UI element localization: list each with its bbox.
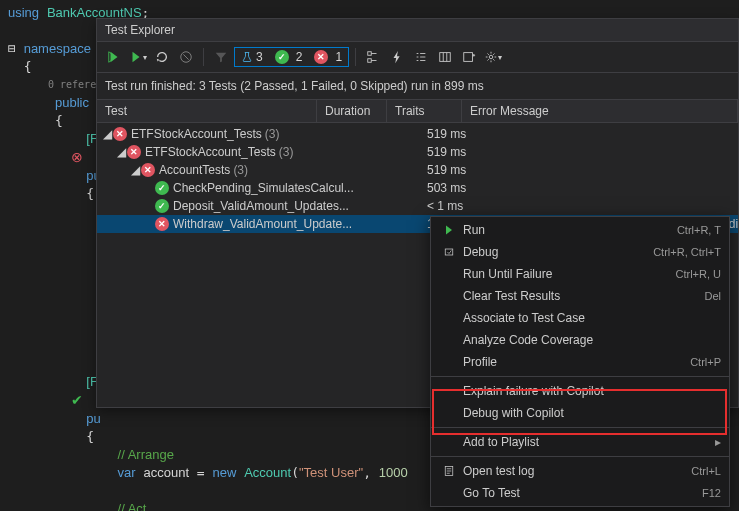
menu-clear-results[interactable]: Clear Test ResultsDel <box>431 285 729 307</box>
tree-row[interactable]: ✓ CheckPending_SimulatesCalcul... 503 ms <box>97 179 738 197</box>
svg-rect-4 <box>464 53 473 62</box>
filter-passed[interactable]: ✓2 <box>269 48 309 66</box>
filter-total[interactable]: 3 <box>235 48 269 66</box>
col-error[interactable]: Error Message <box>462 100 738 122</box>
chevron-down-icon: ◢ <box>129 163 141 177</box>
svg-rect-2 <box>368 59 372 63</box>
menu-goto-test[interactable]: Go To TestF12 <box>431 482 729 504</box>
tree-row[interactable]: ◢ ✕ ETFStockAccount_Tests(3) 519 ms <box>97 125 738 143</box>
toolbar: ▾ 3 ✓2 ✕1 ▾ <box>97 42 738 73</box>
chevron-down-icon: ◢ <box>115 145 127 159</box>
svg-point-5 <box>489 55 493 59</box>
filter-group: 3 ✓2 ✕1 <box>234 47 349 67</box>
tree-row[interactable]: ◢ ✕ AccountTests(3) 519 ms <box>97 161 738 179</box>
col-duration[interactable]: Duration <box>317 100 387 122</box>
col-test[interactable]: Test <box>97 100 317 122</box>
menu-debug-copilot[interactable]: Debug with Copilot <box>431 402 729 424</box>
fail-icon: ✕ <box>141 163 155 177</box>
menu-add-playlist[interactable]: Add to Playlist▸ <box>431 431 729 453</box>
pass-icon: ✓ <box>155 181 169 195</box>
run-all-icon[interactable] <box>103 46 125 68</box>
columns-icon[interactable] <box>434 46 456 68</box>
flash-icon[interactable] <box>386 46 408 68</box>
svg-rect-1 <box>368 52 372 56</box>
pass-icon: ✓ <box>155 199 169 213</box>
lines-icon[interactable] <box>410 46 432 68</box>
svg-rect-3 <box>440 53 451 62</box>
run-icon <box>439 224 459 236</box>
chevron-right-icon: ▸ <box>715 435 721 449</box>
menu-run-until-failure[interactable]: Run Until FailureCtrl+R, U <box>431 263 729 285</box>
settings-icon[interactable]: ▾ <box>482 46 504 68</box>
menu-explain-copilot[interactable]: Explain failure with Copilot <box>431 380 729 402</box>
menu-profile[interactable]: ProfileCtrl+P <box>431 351 729 373</box>
fail-icon: ✕ <box>113 127 127 141</box>
menu-run[interactable]: RunCtrl+R, T <box>431 219 729 241</box>
tree-row[interactable]: ◢ ✕ ETFStockAccount_Tests(3) 519 ms <box>97 143 738 161</box>
run-icon[interactable]: ▾ <box>127 46 149 68</box>
fail-icon: ✕ <box>127 145 141 159</box>
debug-icon <box>439 246 459 258</box>
menu-debug[interactable]: DebugCtrl+R, Ctrl+T <box>431 241 729 263</box>
repeat-icon[interactable] <box>151 46 173 68</box>
tree-row[interactable]: ✓ Deposit_ValidAmount_Updates... < 1 ms <box>97 197 738 215</box>
filter-failed[interactable]: ✕1 <box>308 48 348 66</box>
menu-open-log[interactable]: Open test logCtrl+L <box>431 460 729 482</box>
stop-icon[interactable] <box>175 46 197 68</box>
col-traits[interactable]: Traits <box>387 100 462 122</box>
status-line: Test run finished: 3 Tests (2 Passed, 1 … <box>97 73 738 100</box>
menu-coverage[interactable]: Analyze Code Coverage <box>431 329 729 351</box>
log-icon <box>439 465 459 477</box>
filter-icon[interactable] <box>210 46 232 68</box>
context-menu: RunCtrl+R, T DebugCtrl+R, Ctrl+T Run Unt… <box>430 216 730 507</box>
fail-icon: ✕ <box>155 217 169 231</box>
menu-associate[interactable]: Associate to Test Case <box>431 307 729 329</box>
panel-title: Test Explorer <box>97 19 738 42</box>
tree-view-icon[interactable] <box>362 46 384 68</box>
grid-header: Test Duration Traits Error Message <box>97 100 738 123</box>
chevron-down-icon: ◢ <box>101 127 113 141</box>
add-icon[interactable] <box>458 46 480 68</box>
